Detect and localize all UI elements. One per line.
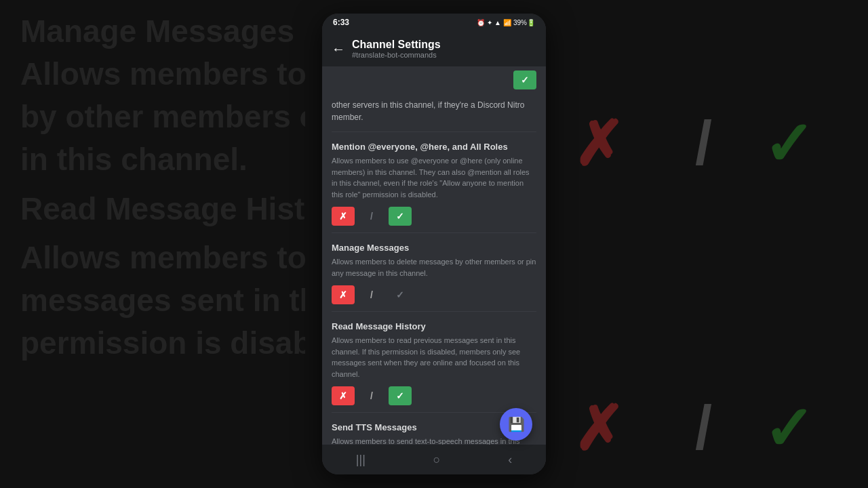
header-text-group: Channel Settings #translate-bot-commands <box>352 39 441 59</box>
page-title: Channel Settings <box>352 39 441 51</box>
perm-name-manage: Manage Messages <box>332 243 536 253</box>
nav-home-button[interactable]: ○ <box>433 453 441 467</box>
bg-allow-icon-1: ✓ <box>763 108 814 180</box>
toggle-group-mention: ✗ / ✓ <box>332 207 536 226</box>
ghost-line-6: Read Message Histo <box>20 191 305 227</box>
status-battery: 39%🔋 <box>513 19 535 26</box>
background-icons: ✗ / ✓ ✗ / ✓ <box>542 0 868 488</box>
nav-bar: ||| ○ ‹ <box>322 445 546 474</box>
phone-frame: 6:33 ⏰ ✦ ▲ 📶 39%🔋 ← Channel Settings #tr… <box>322 14 546 474</box>
header: ← Channel Settings #translate-bot-comman… <box>322 31 546 66</box>
allow-btn-mention[interactable]: ✓ <box>389 207 412 226</box>
ghost-line-10: permission is disabled. <box>20 325 305 361</box>
bg-allow-icon-2: ✓ <box>763 393 814 464</box>
deny-btn-manage[interactable]: ✗ <box>332 285 355 304</box>
top-description-text: other servers in this channel, if they'r… <box>332 94 536 131</box>
ghost-line-3: by other members or pi <box>20 99 305 135</box>
toggle-group-manage: ✗ / ✓ <box>332 285 536 304</box>
neutral-btn-manage[interactable]: / <box>360 285 383 304</box>
perm-desc-manage: Allows members to delete messages by oth… <box>332 256 536 279</box>
perm-name-mention: Mention @everyone, @here, and All Roles <box>332 142 536 152</box>
ghost-line-2: Allows members to dele <box>20 56 305 92</box>
back-button[interactable]: ← <box>332 42 345 56</box>
nav-back-button[interactable]: ‹ <box>508 453 512 467</box>
deny-btn-read-history[interactable]: ✗ <box>332 386 355 405</box>
bg-neutral-icon-1: / <box>695 108 712 178</box>
perm-desc-read-history: Allows members to read previous messages… <box>332 335 536 380</box>
toggle-group-read-history: ✗ / ✓ <box>332 386 536 405</box>
partial-top-row: ✓ <box>322 66 546 94</box>
perm-section-manage: Manage Messages Allows members to delete… <box>332 232 536 311</box>
background-ghost-text: Manage Messages Allows members to dele b… <box>0 0 326 488</box>
status-icon-wifi: 📶 <box>503 19 511 26</box>
ghost-line-9: messages sent in this ch <box>20 283 305 319</box>
perm-section-mention: Mention @everyone, @here, and All Roles … <box>332 131 536 232</box>
ghost-line-1: Manage Messages <box>20 14 305 49</box>
status-icon-signal: ▲ <box>494 19 501 26</box>
bg-deny-icon-2: ✗ <box>573 393 624 464</box>
perm-section-read-history: Read Message History Allows members to r… <box>332 311 536 412</box>
status-icons: ⏰ ✦ ▲ 📶 39%🔋 <box>477 19 535 26</box>
top-allow-button[interactable]: ✓ <box>513 70 536 89</box>
save-fab[interactable]: 💾 <box>500 408 532 441</box>
neutral-btn-mention[interactable]: / <box>360 207 383 226</box>
permissions-content[interactable]: other servers in this channel, if they'r… <box>322 94 546 445</box>
bg-neutral-icon-2: / <box>695 393 712 463</box>
allow-btn-manage[interactable]: ✓ <box>389 285 412 304</box>
allow-btn-read-history[interactable]: ✓ <box>389 386 412 405</box>
nav-menu-button[interactable]: ||| <box>356 453 366 467</box>
status-icon-bt: ✦ <box>487 19 492 26</box>
neutral-btn-read-history[interactable]: / <box>360 386 383 405</box>
perm-desc-mention: Allows members to use @everyone or @here… <box>332 155 536 200</box>
status-bar: 6:33 ⏰ ✦ ▲ 📶 39%🔋 <box>322 14 546 31</box>
ghost-line-8: Allows members to rea <box>20 240 305 276</box>
deny-btn-mention[interactable]: ✗ <box>332 207 355 226</box>
channel-name: #translate-bot-commands <box>352 51 441 59</box>
bg-deny-icon-1: ✗ <box>573 108 624 180</box>
ghost-line-4: in this channel. <box>20 142 305 178</box>
perm-name-read-history: Read Message History <box>332 321 536 331</box>
save-icon: 💾 <box>508 416 525 432</box>
status-icon-alarm: ⏰ <box>477 19 485 26</box>
status-time: 6:33 <box>333 18 349 27</box>
